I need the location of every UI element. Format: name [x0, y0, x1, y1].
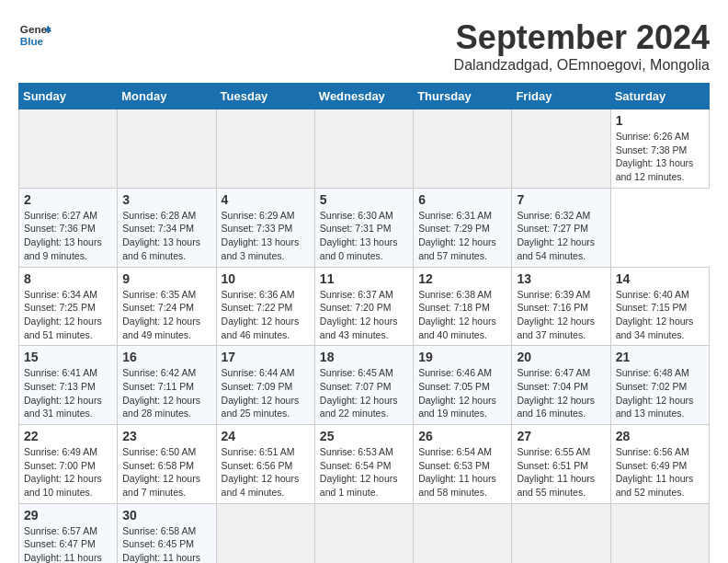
day-number: 11 [320, 271, 408, 286]
day-detail: Sunrise: 6:58 AMSunset: 6:45 PMDaylight:… [122, 525, 200, 563]
page-header: General Blue September 2024 Dalandzadgad… [18, 18, 710, 74]
day-number: 1 [616, 113, 704, 128]
calendar-cell: 28 Sunrise: 6:56 AMSunset: 6:49 PMDaylig… [610, 425, 709, 504]
day-detail: Sunrise: 6:53 AMSunset: 6:54 PMDaylight:… [320, 446, 398, 498]
calendar-cell: 27 Sunrise: 6:55 AMSunset: 6:51 PMDaylig… [512, 425, 610, 504]
weekday-header-sunday: Sunday [19, 84, 118, 109]
calendar-cell: 26 Sunrise: 6:54 AMSunset: 6:53 PMDaylig… [414, 425, 512, 504]
calendar-cell-empty [314, 503, 413, 563]
day-detail: Sunrise: 6:41 AMSunset: 7:13 PMDaylight:… [24, 367, 102, 419]
day-detail: Sunrise: 6:57 AMSunset: 6:47 PMDaylight:… [24, 525, 102, 563]
day-detail: Sunrise: 6:48 AMSunset: 7:02 PMDaylight:… [616, 367, 694, 419]
calendar-week-row: 2 Sunrise: 6:27 AMSunset: 7:36 PMDayligh… [19, 188, 710, 267]
calendar-cell-empty [610, 503, 709, 563]
day-detail: Sunrise: 6:37 AMSunset: 7:20 PMDaylight:… [320, 289, 398, 340]
calendar-cell: 14 Sunrise: 6:40 AMSunset: 7:15 PMDaylig… [610, 267, 709, 346]
day-number: 15 [24, 350, 112, 364]
calendar-cell: 1 Sunrise: 6:26 AMSunset: 7:38 PMDayligh… [610, 109, 709, 189]
day-number: 26 [418, 429, 506, 443]
day-detail: Sunrise: 6:55 AMSunset: 6:51 PMDaylight:… [517, 446, 595, 498]
day-number: 28 [616, 429, 704, 443]
calendar-cell: 20 Sunrise: 6:47 AMSunset: 7:04 PMDaylig… [512, 346, 610, 425]
calendar-cell: 15 Sunrise: 6:41 AMSunset: 7:13 PMDaylig… [19, 346, 118, 425]
calendar-cell: 9 Sunrise: 6:35 AMSunset: 7:24 PMDayligh… [118, 267, 216, 346]
day-number: 29 [24, 508, 112, 523]
day-detail: Sunrise: 6:36 AMSunset: 7:22 PMDaylight:… [222, 289, 300, 340]
day-number: 23 [122, 429, 210, 443]
day-number: 21 [616, 350, 704, 364]
day-number: 8 [24, 271, 112, 286]
day-detail: Sunrise: 6:30 AMSunset: 7:31 PMDaylight:… [320, 210, 398, 261]
day-number: 14 [616, 271, 704, 286]
day-number: 25 [320, 429, 408, 443]
weekday-header-thursday: Thursday [414, 84, 512, 109]
day-number: 16 [122, 350, 210, 364]
calendar-cell: 5 Sunrise: 6:30 AMSunset: 7:31 PMDayligh… [314, 188, 413, 267]
day-number: 5 [320, 192, 408, 207]
day-detail: Sunrise: 6:42 AMSunset: 7:11 PMDaylight:… [122, 367, 200, 419]
calendar-cell-empty [216, 109, 314, 189]
calendar-week-row: 8 Sunrise: 6:34 AMSunset: 7:25 PMDayligh… [19, 267, 710, 346]
calendar-cell: 11 Sunrise: 6:37 AMSunset: 7:20 PMDaylig… [314, 267, 413, 346]
weekday-header-saturday: Saturday [610, 84, 709, 109]
calendar-cell: 12 Sunrise: 6:38 AMSunset: 7:18 PMDaylig… [414, 267, 512, 346]
day-detail: Sunrise: 6:31 AMSunset: 7:29 PMDaylight:… [418, 210, 496, 261]
day-detail: Sunrise: 6:26 AMSunset: 7:38 PMDaylight:… [616, 131, 694, 182]
day-detail: Sunrise: 6:32 AMSunset: 7:27 PMDaylight:… [517, 210, 595, 261]
day-number: 2 [24, 192, 112, 207]
day-detail: Sunrise: 6:45 AMSunset: 7:07 PMDaylight:… [320, 367, 398, 419]
calendar-cell-empty [414, 109, 512, 189]
calendar-cell: 19 Sunrise: 6:46 AMSunset: 7:05 PMDaylig… [414, 346, 512, 425]
day-number: 13 [517, 271, 605, 286]
day-number: 20 [517, 350, 605, 364]
month-title: September 2024 [454, 18, 710, 57]
day-detail: Sunrise: 6:40 AMSunset: 7:15 PMDaylight:… [616, 289, 694, 340]
day-detail: Sunrise: 6:29 AMSunset: 7:33 PMDaylight:… [222, 210, 300, 261]
day-number: 19 [418, 350, 506, 364]
day-number: 12 [418, 271, 506, 286]
day-detail: Sunrise: 6:50 AMSunset: 6:58 PMDaylight:… [122, 446, 200, 498]
weekday-header-tuesday: Tuesday [216, 84, 314, 109]
calendar-cell-empty [314, 109, 413, 189]
day-number: 9 [122, 271, 210, 286]
calendar-cell: 3 Sunrise: 6:28 AMSunset: 7:34 PMDayligh… [118, 188, 216, 267]
day-number: 27 [517, 429, 605, 443]
calendar-cell-empty [512, 109, 610, 189]
location-title: Dalandzadgad, OEmnoegovi, Mongolia [454, 57, 710, 74]
day-detail: Sunrise: 6:38 AMSunset: 7:18 PMDaylight:… [418, 289, 496, 340]
calendar-cell: 25 Sunrise: 6:53 AMSunset: 6:54 PMDaylig… [314, 425, 413, 504]
calendar-cell: 22 Sunrise: 6:49 AMSunset: 7:00 PMDaylig… [19, 425, 118, 504]
svg-text:Blue: Blue [20, 35, 44, 47]
day-detail: Sunrise: 6:39 AMSunset: 7:16 PMDaylight:… [517, 289, 595, 340]
day-number: 24 [222, 429, 310, 443]
calendar-week-row: 29 Sunrise: 6:57 AMSunset: 6:47 PMDaylig… [19, 503, 710, 563]
calendar-cell: 18 Sunrise: 6:45 AMSunset: 7:07 PMDaylig… [314, 346, 413, 425]
day-detail: Sunrise: 6:47 AMSunset: 7:04 PMDaylight:… [517, 367, 595, 419]
calendar-cell: 21 Sunrise: 6:48 AMSunset: 7:02 PMDaylig… [610, 346, 709, 425]
day-detail: Sunrise: 6:34 AMSunset: 7:25 PMDaylight:… [24, 289, 102, 340]
day-detail: Sunrise: 6:56 AMSunset: 6:49 PMDaylight:… [616, 446, 694, 498]
day-detail: Sunrise: 6:28 AMSunset: 7:34 PMDaylight:… [122, 210, 200, 261]
day-detail: Sunrise: 6:44 AMSunset: 7:09 PMDaylight:… [222, 367, 300, 419]
logo: General Blue [18, 18, 51, 52]
title-block: September 2024 Dalandzadgad, OEmnoegovi,… [454, 18, 710, 74]
weekday-header-wednesday: Wednesday [314, 84, 413, 109]
day-number: 3 [122, 192, 210, 207]
calendar-table: SundayMondayTuesdayWednesdayThursdayFrid… [18, 83, 710, 563]
weekday-header-friday: Friday [512, 84, 610, 109]
calendar-cell: 2 Sunrise: 6:27 AMSunset: 7:36 PMDayligh… [19, 188, 118, 267]
day-detail: Sunrise: 6:27 AMSunset: 7:36 PMDaylight:… [24, 210, 102, 261]
day-number: 22 [24, 429, 112, 443]
day-number: 7 [517, 192, 605, 207]
day-detail: Sunrise: 6:46 AMSunset: 7:05 PMDaylight:… [418, 367, 496, 419]
calendar-cell-empty [216, 503, 314, 563]
day-detail: Sunrise: 6:49 AMSunset: 7:00 PMDaylight:… [24, 446, 102, 498]
calendar-cell: 10 Sunrise: 6:36 AMSunset: 7:22 PMDaylig… [216, 267, 314, 346]
calendar-cell-empty [512, 503, 610, 563]
calendar-cell: 7 Sunrise: 6:32 AMSunset: 7:27 PMDayligh… [512, 188, 610, 267]
day-detail: Sunrise: 6:54 AMSunset: 6:53 PMDaylight:… [418, 446, 496, 498]
day-number: 6 [418, 192, 506, 207]
calendar-cell: 24 Sunrise: 6:51 AMSunset: 6:56 PMDaylig… [216, 425, 314, 504]
calendar-cell: 23 Sunrise: 6:50 AMSunset: 6:58 PMDaylig… [118, 425, 216, 504]
calendar-cell-empty [414, 503, 512, 563]
